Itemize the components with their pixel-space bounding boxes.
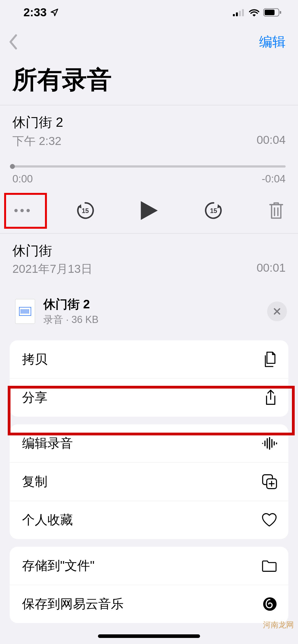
recording-item-duration: 00:01 xyxy=(257,261,286,277)
waveform-icon xyxy=(262,437,277,450)
svg-rect-1 xyxy=(236,12,238,16)
action-label: 编辑录音 xyxy=(22,435,73,452)
recording-duration: 00:04 xyxy=(257,133,286,149)
action-label: 存储到"文件" xyxy=(22,557,95,574)
netease-icon xyxy=(262,597,277,611)
recording-meta: 下午 2:32 00:04 xyxy=(12,133,286,149)
action-favorite[interactable]: 个人收藏 xyxy=(10,501,288,539)
action-edit-recording[interactable]: 编辑录音 xyxy=(10,424,288,462)
action-group-2: 编辑录音 复制 个人收藏 xyxy=(10,424,288,539)
sheet-file-sub: 录音 · 36 KB xyxy=(43,313,267,327)
action-group-3: 存储到"文件" 保存到网易云音乐 xyxy=(10,547,288,623)
action-save-to-files[interactable]: 存储到"文件" xyxy=(10,547,288,585)
action-sheet: 休门街 2 录音 · 36 KB 拷贝 分享 编辑 xyxy=(0,285,298,644)
recording-title: 休门街 2 xyxy=(12,114,286,131)
playback-controls: 15 15 xyxy=(12,200,286,224)
action-duplicate[interactable]: 复制 xyxy=(10,462,288,501)
back-chevron-icon[interactable] xyxy=(8,34,19,50)
recording-item[interactable]: 休门街 2021年7月13日 00:01 xyxy=(0,233,298,288)
elapsed-time: 0:00 xyxy=(12,173,33,185)
recording-expanded: 休门街 2 下午 2:32 00:04 0:00 -0:04 15 15 xyxy=(0,105,298,233)
home-indicator[interactable] xyxy=(98,634,200,638)
recording-item-title: 休门街 xyxy=(12,242,286,260)
file-thumbnail-icon xyxy=(15,299,35,324)
svg-point-7 xyxy=(14,209,18,212)
play-icon[interactable] xyxy=(140,200,159,221)
time-row: 0:00 -0:04 xyxy=(12,173,286,185)
recording-item-meta: 2021年7月13日 00:01 xyxy=(12,261,286,277)
svg-rect-3 xyxy=(242,9,244,16)
svg-rect-2 xyxy=(239,11,241,16)
svg-point-8 xyxy=(20,209,24,212)
folder-icon xyxy=(261,559,277,572)
recording-item-date: 2021年7月13日 xyxy=(12,261,92,277)
action-label: 分享 xyxy=(22,389,47,406)
page-title: 所有录音 xyxy=(0,53,298,105)
sheet-file-info: 休门街 2 录音 · 36 KB xyxy=(43,296,267,327)
more-options-icon[interactable] xyxy=(14,208,30,213)
action-label: 复制 xyxy=(22,473,47,490)
rewind-15-icon[interactable]: 15 xyxy=(75,200,95,221)
status-icons xyxy=(233,8,281,17)
status-time: 2:33 xyxy=(23,6,47,19)
action-share[interactable]: 分享 xyxy=(10,378,288,417)
action-label: 个人收藏 xyxy=(22,511,73,529)
status-bar: 2:33 xyxy=(0,0,298,25)
nav-bar: 编辑 xyxy=(0,25,298,53)
playback-progress[interactable] xyxy=(12,165,286,168)
close-button[interactable] xyxy=(267,301,287,321)
remaining-time: -0:04 xyxy=(262,173,286,185)
cellular-icon xyxy=(233,9,245,16)
watermark-text: 河南龙网 xyxy=(263,620,294,630)
wifi-icon xyxy=(248,8,260,17)
svg-point-9 xyxy=(26,209,30,212)
location-icon xyxy=(50,8,59,17)
recording-time: 下午 2:32 xyxy=(12,133,61,149)
copy-doc-icon xyxy=(263,351,277,367)
action-copy[interactable]: 拷贝 xyxy=(10,340,288,378)
svg-text:15: 15 xyxy=(82,207,89,214)
action-label: 保存到网易云音乐 xyxy=(22,596,124,613)
sheet-file-title: 休门街 2 xyxy=(43,296,267,312)
duplicate-icon xyxy=(262,474,277,489)
sheet-header: 休门街 2 录音 · 36 KB xyxy=(0,296,298,340)
battery-icon xyxy=(263,8,281,17)
close-icon xyxy=(273,307,281,316)
action-save-netease[interactable]: 保存到网易云音乐 xyxy=(10,585,288,623)
trash-icon[interactable] xyxy=(268,201,284,220)
forward-15-icon[interactable]: 15 xyxy=(203,200,224,221)
action-label: 拷贝 xyxy=(22,351,47,368)
share-icon xyxy=(264,389,277,406)
svg-rect-6 xyxy=(280,11,281,14)
svg-rect-0 xyxy=(233,14,235,16)
heart-icon xyxy=(261,513,277,527)
svg-text:15: 15 xyxy=(210,207,217,214)
svg-rect-5 xyxy=(265,10,275,15)
status-time-group: 2:33 xyxy=(23,6,59,19)
edit-button[interactable]: 编辑 xyxy=(259,33,286,51)
progress-thumb[interactable] xyxy=(10,164,15,169)
action-group-1: 拷贝 分享 xyxy=(10,340,288,417)
